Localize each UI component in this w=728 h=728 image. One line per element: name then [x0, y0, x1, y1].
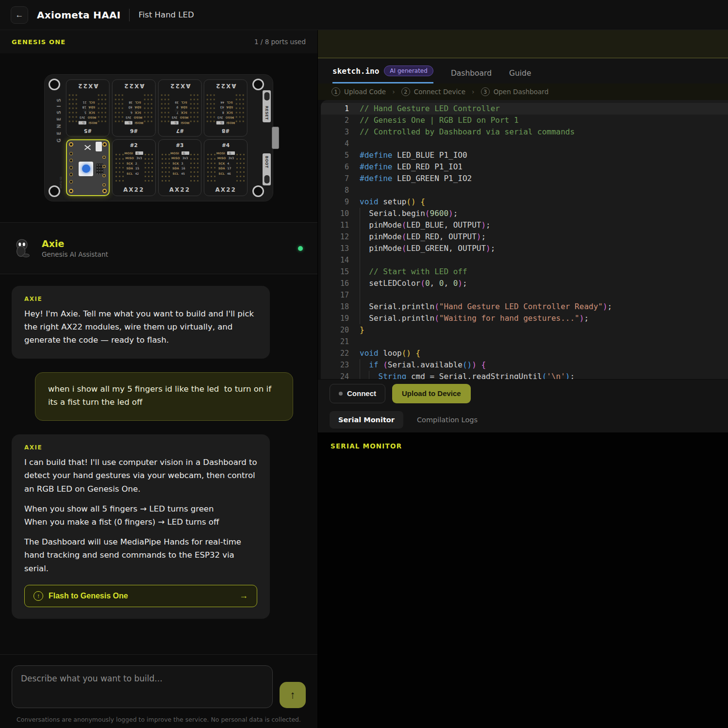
code-line-content [349, 289, 728, 301]
pin-label: SCK [227, 111, 233, 115]
pin-label: SCK [134, 111, 141, 115]
code-token: pinMode [360, 220, 402, 230]
code-line[interactable]: 13 pinMode(LED_GREEN, OUTPUT); [321, 243, 728, 254]
board-slot-empty[interactable]: #5P5MOSIGMISO3V3SCK5SDA18SCL21AX22 [66, 80, 110, 137]
code-line[interactable]: 3// Controlled by Dashboard via serial c… [321, 126, 728, 138]
code-token: LED_BLUE, OUTPUT [406, 220, 481, 230]
code-token: ; [453, 209, 458, 218]
pin-label: SCK [172, 162, 179, 165]
pin-row: MISO3V3 [204, 156, 247, 160]
message-text: When you show all 5 fingers → LED turns … [24, 502, 257, 529]
code-token: #define [360, 174, 392, 183]
code-line[interactable]: 12 pinMode(LED_RED, OUTPUT); [321, 231, 728, 243]
line-number: 4 [321, 138, 349, 149]
code-line-content: Serial.begin(9600); [349, 208, 728, 219]
indent-guide [360, 266, 360, 278]
pin-row: SDA18 [66, 106, 109, 109]
axiometa-logo-icon [84, 145, 91, 151]
reset-button[interactable]: RESET [263, 90, 271, 122]
board-slot-empty[interactable]: #7P7MOSIGMISO3V3SCK7SDA9SCL39AX22 [158, 80, 202, 137]
boot-button-cap [264, 175, 269, 183]
flash-button-left: ↑Flash to Genesis One [33, 591, 128, 601]
code-token: cmd = Serial.readStringUntil [406, 372, 542, 379]
pin-value: 3V3 [228, 156, 234, 160]
code-token: // Start with LED off [360, 267, 467, 276]
chat-thread[interactable]: AXIEHey! I'm Axie. Tell me what you want… [0, 274, 317, 654]
console-tab-serial-monitor[interactable]: Serial Monitor [330, 411, 403, 429]
pin-rows: MOSIGMISO3V3SCK4SDA17SCL46 [204, 151, 247, 175]
code-line[interactable]: 16 setLEDColor(0, 0, 0); [321, 278, 728, 289]
pin-label: MISO [133, 116, 142, 119]
code-line[interactable]: 23 if (Serial.available()) { [321, 359, 728, 371]
pin-label: MOSI [134, 121, 143, 125]
pin-label: SDA [218, 166, 225, 170]
board-slot-empty[interactable]: #6P6MOSIGMISO3V3SCK6SDA40SCL38AX22 [112, 80, 156, 137]
console-tab-compilation-logs[interactable]: Compilation Logs [408, 411, 486, 429]
code-line[interactable]: 4 [321, 138, 728, 149]
code-line-content: setLEDColor(0, 0, 0); [349, 278, 728, 289]
module-hole [69, 142, 73, 147]
code-editor[interactable]: 1// Hand Gesture LED Controller2// Genes… [321, 100, 728, 379]
pin-row: MOSIG [204, 121, 247, 125]
pin-row: SCK3 [159, 162, 201, 165]
connect-button[interactable]: Connect [330, 384, 385, 403]
board-slot-empty[interactable]: #8P8MOSIGMISO3V3SCK8SDA43SCL44AX22 [204, 80, 248, 137]
indent-guide [360, 371, 360, 379]
line-number: 20 [321, 324, 349, 336]
pin-label: SCL [127, 172, 133, 175]
pin-row: SDA16 [159, 166, 201, 170]
pin-value: 9 [172, 106, 178, 109]
code-line[interactable]: 18 Serial.println("Hand Gesture LED Cont… [321, 301, 728, 313]
code-token: LED_BLUE P1_IO0 [392, 150, 467, 160]
ai-generated-badge: AI generated [384, 66, 433, 76]
pin-value: 44 [218, 101, 224, 104]
code-line[interactable]: 1// Hand Gesture LED Controller [321, 103, 728, 115]
code-line[interactable]: 21 [321, 336, 728, 347]
code-line[interactable]: 14 [321, 254, 728, 266]
step-separator-icon: › [472, 88, 475, 96]
assistant-name: Axie [42, 238, 290, 249]
pin-label: SCK [126, 162, 132, 165]
code-line[interactable]: 15 // Start with LED off [321, 266, 728, 278]
code-line[interactable]: 19 Serial.println("Waiting for hand gest… [321, 313, 728, 324]
pin-rows: MOSIGMISO3V3SCK2SDA15SCL42 [113, 151, 155, 175]
board-slot-empty[interactable]: #3P3MOSIGMISO3V3SCK3SDA16SCL45AX22 [158, 139, 202, 197]
assistant-message: AXIEHey! I'm Axie. Tell me what you want… [12, 286, 270, 359]
pin-row: MOSIG [204, 151, 247, 155]
tab-dashboard[interactable]: Dashboard [451, 69, 492, 83]
upload-to-device-button[interactable]: Upload to Device [392, 384, 471, 403]
code-line[interactable]: 24 String cmd = Serial.readStringUntil('… [321, 371, 728, 379]
board-slot-occupied[interactable] [66, 139, 110, 197]
code-line[interactable]: 8 [321, 184, 728, 196]
code-line[interactable]: 17 [321, 289, 728, 301]
board-title: GENESIS ONE [12, 38, 66, 46]
code-line[interactable]: 20} [321, 324, 728, 336]
pin-label: SCL [181, 101, 187, 104]
code-line[interactable]: 9void setup() { [321, 196, 728, 208]
send-button[interactable]: ↑ [280, 682, 306, 708]
boot-button[interactable]: BOOT [263, 153, 271, 185]
pin-value: G [170, 121, 178, 125]
code-line[interactable]: 5#define LED_BLUE P1_IO0 [321, 149, 728, 161]
pin-value: 7 [172, 111, 178, 115]
line-number: 18 [321, 301, 349, 313]
code-line[interactable]: 6#define LED_RED P1_IO1 [321, 161, 728, 173]
pin-row: SDA17 [204, 166, 247, 170]
code-line[interactable]: 22void loop() { [321, 347, 728, 359]
code-line[interactable]: 11 pinMode(LED_BLUE, OUTPUT); [321, 219, 728, 231]
board-slot-empty[interactable]: #2P2MOSIGMISO3V3SCK2SDA15SCL42AX22 [112, 139, 156, 197]
tab-sketch-ino[interactable]: sketch.inoAI generated [332, 66, 433, 83]
line-number: 13 [321, 243, 349, 254]
back-button[interactable]: ← [11, 6, 28, 24]
board-slot-empty[interactable]: #4P4MOSIGMISO3V3SCK4SDA17SCL46AX22 [204, 139, 248, 197]
pin-rows: MOSIGMISO3V3SCK7SDA9SCL39 [159, 101, 201, 125]
chat-input[interactable] [12, 665, 273, 708]
code-token: LED_RED, OUTPUT [406, 232, 477, 241]
slot-number: #5 [66, 128, 109, 134]
line-number: 19 [321, 313, 349, 324]
code-line[interactable]: 2// Genesis One | RGB LED on Port 1 [321, 115, 728, 126]
flash-to-genesis-button[interactable]: ↑Flash to Genesis One→ [24, 585, 257, 607]
code-line[interactable]: 7#define LED_GREEN P1_IO2 [321, 173, 728, 184]
code-line[interactable]: 10 Serial.begin(9600); [321, 208, 728, 219]
tab-guide[interactable]: Guide [509, 69, 531, 83]
